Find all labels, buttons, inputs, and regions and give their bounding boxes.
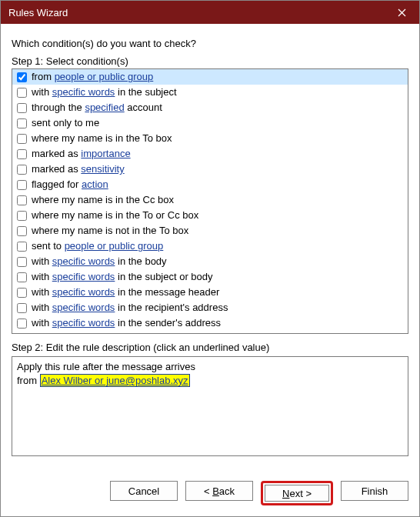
condition-value-link[interactable]: people or public group — [55, 71, 154, 82]
condition-row[interactable]: marked as sensitivity — [12, 162, 408, 177]
condition-text: marked as sensitivity — [32, 162, 125, 176]
condition-row[interactable]: marked as importance — [12, 146, 408, 162]
back-button[interactable]: < Back — [185, 481, 253, 501]
condition-text: through the specified account — [32, 101, 162, 115]
condition-value-link[interactable]: action — [82, 178, 108, 190]
condition-text: with specific words in the message heade… — [32, 285, 219, 299]
condition-value-link[interactable]: people or public group — [65, 240, 164, 252]
condition-checkbox[interactable] — [17, 149, 27, 159]
cancel-button[interactable]: Cancel — [110, 481, 178, 501]
condition-checkbox[interactable] — [17, 165, 27, 175]
wizard-content: Which condition(s) do you want to check?… — [1, 24, 419, 472]
condition-value-link[interactable]: specified — [85, 102, 124, 113]
condition-row[interactable]: from people or public group — [12, 69, 408, 85]
condition-text: sent to people or public group — [32, 239, 163, 253]
condition-text: with specific words in the subject or bo… — [32, 270, 213, 284]
rule-description-box: Apply this rule after the message arrive… — [12, 356, 408, 456]
condition-value-link[interactable]: specific words — [52, 271, 115, 282]
description-prefix: from — [17, 375, 40, 386]
condition-value-link[interactable]: specific words — [52, 317, 115, 329]
step1-label: Step 1: Select condition(s) — [12, 55, 408, 67]
condition-value-link[interactable]: specific words — [52, 86, 115, 98]
condition-text: where my name is in the To box — [32, 132, 172, 145]
condition-value-link[interactable]: category — [85, 332, 124, 334]
condition-row[interactable]: with specific words in the recipient's a… — [12, 300, 408, 315]
condition-row[interactable]: assigned to category category — [12, 331, 408, 334]
condition-text: where my name is in the To or Cc box — [32, 208, 198, 222]
condition-checkbox[interactable] — [17, 334, 27, 335]
condition-text: marked as importance — [32, 147, 131, 161]
condition-row[interactable]: with specific words in the body — [12, 254, 408, 269]
condition-value-link[interactable]: specific words — [52, 255, 115, 267]
condition-text: where my name is not in the To box — [32, 224, 188, 238]
condition-checkbox[interactable] — [17, 288, 27, 298]
condition-text: sent only to me — [32, 116, 99, 130]
condition-row[interactable]: with specific words in the subject or bo… — [12, 269, 408, 285]
condition-value-link[interactable]: specific words — [52, 286, 115, 298]
condition-row[interactable]: where my name is in the To box — [12, 131, 408, 146]
condition-row[interactable]: sent only to me — [12, 115, 408, 131]
description-line: from Alex Wilber or june@poshlab.xyz — [17, 374, 403, 388]
condition-checkbox[interactable] — [17, 134, 27, 144]
condition-text: with specific words in the sender's addr… — [32, 316, 221, 330]
condition-checkbox[interactable] — [17, 226, 27, 236]
condition-row[interactable]: with specific words in the message heade… — [12, 285, 408, 300]
condition-checkbox[interactable] — [17, 272, 27, 282]
condition-checkbox[interactable] — [17, 303, 27, 313]
condition-text: from people or public group — [32, 70, 153, 84]
step2-label: Step 2: Edit the rule description (click… — [12, 342, 408, 353]
condition-checkbox[interactable] — [17, 103, 27, 113]
condition-text: with specific words in the subject — [32, 85, 177, 99]
condition-checkbox[interactable] — [17, 118, 27, 128]
condition-row[interactable]: sent to people or public group — [12, 238, 408, 254]
description-value-link[interactable]: Alex Wilber or june@poshlab.xyz — [40, 374, 190, 387]
condition-checkbox[interactable] — [17, 195, 27, 205]
wizard-prompt: Which condition(s) do you want to check? — [12, 38, 408, 49]
condition-value-link[interactable]: specific words — [52, 302, 115, 313]
condition-row[interactable]: where my name is not in the To box — [12, 223, 408, 238]
condition-text: with specific words in the recipient's a… — [32, 301, 228, 315]
condition-value-link[interactable]: sensitivity — [81, 163, 124, 175]
conditions-listbox[interactable]: from people or public groupwith specific… — [12, 68, 408, 334]
rules-wizard-window: Rules Wizard Which condition(s) do you w… — [0, 0, 420, 517]
condition-text: where my name is in the Cc box — [32, 193, 174, 207]
window-title: Rules Wizard — [8, 7, 68, 18]
description-line: Apply this rule after the message arrive… — [17, 360, 403, 374]
condition-row[interactable]: flagged for action — [12, 177, 408, 192]
condition-value-link[interactable]: importance — [81, 148, 130, 159]
condition-row[interactable]: through the specified account — [12, 100, 408, 115]
wizard-button-row: Cancel < Back Next > Finish — [1, 472, 419, 516]
titlebar: Rules Wizard — [1, 1, 419, 24]
condition-checkbox[interactable] — [17, 319, 27, 329]
condition-text: with specific words in the body — [32, 255, 167, 269]
condition-checkbox[interactable] — [17, 257, 27, 267]
condition-row[interactable]: with specific words in the subject — [12, 85, 408, 100]
condition-row[interactable]: with specific words in the sender's addr… — [12, 315, 408, 331]
condition-row[interactable]: where my name is in the To or Cc box — [12, 208, 408, 223]
close-button[interactable] — [384, 1, 419, 24]
condition-checkbox[interactable] — [17, 88, 27, 98]
condition-checkbox[interactable] — [17, 242, 27, 252]
condition-row[interactable]: where my name is in the Cc box — [12, 192, 408, 208]
condition-checkbox[interactable] — [17, 180, 27, 190]
finish-button[interactable]: Finish — [341, 481, 408, 501]
condition-text: assigned to category category — [32, 332, 165, 334]
condition-checkbox[interactable] — [17, 211, 27, 221]
close-icon — [398, 8, 406, 17]
condition-text: flagged for action — [32, 178, 108, 192]
next-button-highlight: Next > — [261, 481, 333, 505]
next-button[interactable]: Next > — [265, 485, 329, 502]
condition-checkbox[interactable] — [17, 72, 27, 82]
